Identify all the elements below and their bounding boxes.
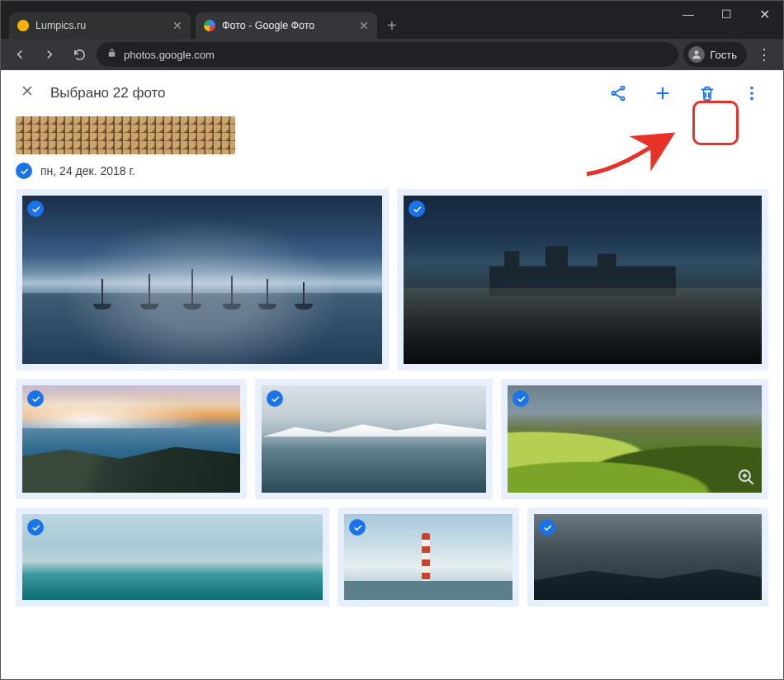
photo-grid-content: пн, 24 дек. 2018 г. [1,116,783,679]
new-tab-button[interactable]: + [382,17,405,39]
svg-point-3 [621,97,624,100]
date-select-checkmark-icon[interactable] [16,163,32,179]
nav-reload-button[interactable] [67,42,92,67]
tab-title: Фото - Google Фото [222,20,314,31]
browser-address-bar: photos.google.com Гость ⋮ [1,39,783,70]
favicon-lumpics [17,20,29,31]
photo-select-checkmark-icon[interactable] [267,390,283,407]
svg-point-0 [695,50,699,54]
photo-select-checkmark-icon[interactable] [512,390,529,407]
photo-thumbnail[interactable] [527,508,768,607]
favicon-google-photos [204,20,215,31]
photo-select-checkmark-icon[interactable] [27,201,44,217]
photo-select-checkmark-icon[interactable] [349,519,366,536]
address-field[interactable]: photos.google.com [97,42,678,67]
lock-icon [106,48,117,61]
photo-thumbnail[interactable] [16,508,329,607]
svg-point-4 [750,86,753,89]
photo-thumbnail[interactable] [501,379,768,499]
deselect-close-button[interactable] [16,83,39,103]
add-to-button[interactable] [646,77,679,110]
date-label: пн, 24 дек. 2018 г. [40,164,135,177]
svg-point-5 [750,92,753,95]
photo-thumbnail-partial[interactable] [16,116,235,154]
photo-thumbnail[interactable] [397,189,768,371]
nav-forward-button[interactable] [37,42,62,67]
close-tab-icon[interactable]: ✕ [359,19,369,32]
selection-title: Выбрано 22 фото [50,85,166,102]
browser-tab-lumpics[interactable]: Lumpics.ru ✕ [9,12,191,39]
address-url: photos.google.com [124,49,215,61]
photo-thumbnail[interactable] [16,189,389,371]
svg-point-6 [750,97,753,100]
avatar-icon [688,46,705,63]
nav-back-button[interactable] [7,42,32,67]
tab-title: Lumpics.ru [35,20,86,31]
close-tab-icon[interactable]: ✕ [172,19,182,32]
date-group-header[interactable]: пн, 24 дек. 2018 г. [16,163,768,179]
share-button[interactable] [602,77,635,110]
photo-select-checkmark-icon[interactable] [539,519,555,536]
photo-select-checkmark-icon[interactable] [27,390,44,407]
window-minimize-button[interactable]: — [669,1,707,27]
svg-point-2 [612,91,615,94]
delete-button[interactable] [691,77,724,110]
window-close-button[interactable]: ✕ [745,1,783,27]
photo-thumbnail[interactable] [338,508,519,607]
photo-thumbnail[interactable] [255,379,493,499]
window-titlebar [1,1,783,9]
profile-guest-chip[interactable]: Гость [683,42,747,67]
window-maximize-button[interactable]: ☐ [707,1,745,27]
zoom-icon[interactable] [735,466,757,488]
browser-menu-button[interactable]: ⋮ [752,45,777,64]
svg-point-1 [621,86,624,89]
browser-tab-google-photos[interactable]: Фото - Google Фото ✕ [196,12,377,39]
browser-tabstrip: Lumpics.ru ✕ Фото - Google Фото ✕ + — ☐ … [1,9,783,39]
photo-select-checkmark-icon[interactable] [27,519,44,536]
app-selection-toolbar: Выбрано 22 фото [1,70,783,116]
photo-select-checkmark-icon[interactable] [409,201,425,217]
profile-label: Гость [710,49,737,61]
photo-thumbnail[interactable] [16,379,247,499]
more-options-button[interactable] [735,77,768,110]
